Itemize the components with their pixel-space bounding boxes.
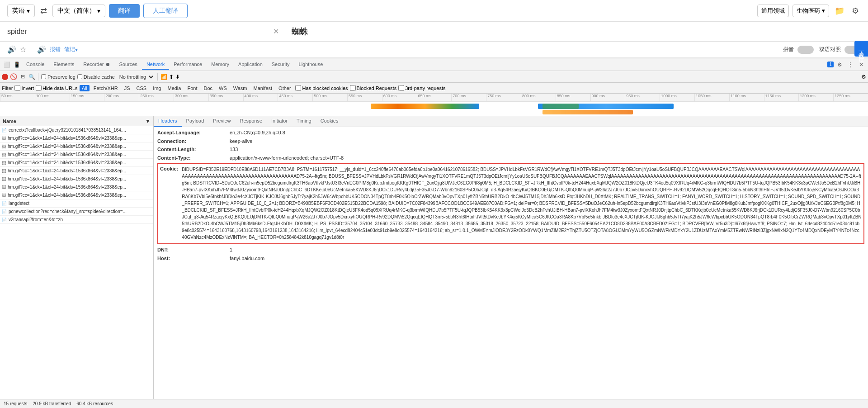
devtools-settings-button[interactable]: ⚙ — [835, 60, 844, 70]
wifi-icon[interactable]: 📶 — [160, 74, 167, 80]
list-item[interactable]: 🖼 hm.gif?cc=1&ck=1&cl=24-bit&ds=1536x864… — [0, 191, 153, 199]
status-bar: 15 requests 20.9 kB transferred 60.4 kB … — [0, 399, 868, 408]
translation-result: 蜘蛛 — [292, 26, 308, 37]
devtools-more-button[interactable]: ⋮ — [845, 60, 855, 70]
filter-other-btn[interactable]: Other — [276, 85, 293, 91]
network-toolbar: 🚫 ⊟ 🔍 Preserve log Disable cache No thro… — [0, 71, 868, 83]
source-lang-select[interactable]: 英语 ▾ — [7, 5, 35, 17]
result-audio-icon[interactable]: 🔊 — [37, 45, 46, 54]
filter-ws-btn[interactable]: WS — [217, 85, 229, 91]
preserve-log-checkbox[interactable]: Preserve log — [41, 74, 75, 80]
export-button[interactable]: ⬇ — [175, 74, 180, 80]
device-toggle-button[interactable]: 📱 — [12, 60, 22, 70]
tab-network[interactable]: Network — [142, 60, 169, 70]
filter-manifest-btn[interactable]: Manifest — [251, 85, 275, 91]
tab-headers[interactable]: Headers — [154, 116, 182, 127]
list-item[interactable]: 🖼 hm.gif?cc=1&ck=1&cl=24-bit&ds=1536x864… — [0, 151, 153, 159]
main-content: Name ▼ 📄 correctxt?callback=jQuery321010… — [0, 116, 868, 399]
ruler-250: 250 ms — [139, 94, 174, 101]
disable-cache-checkbox[interactable]: Disable cache — [77, 74, 115, 80]
record-button[interactable] — [2, 74, 8, 80]
tab-memory[interactable]: Memory — [207, 60, 234, 70]
has-blocked-cookies-checkbox[interactable]: Has blocked cookies — [295, 85, 348, 91]
domain-select[interactable]: 通用领域 — [757, 5, 789, 17]
pinyin-toggle[interactable] — [797, 46, 814, 54]
tab-elements[interactable]: Elements — [49, 60, 79, 70]
tab-performance[interactable]: Performance — [169, 60, 207, 70]
blocked-requests-checkbox[interactable]: Blocked Requests — [350, 85, 397, 91]
ruler-400: 400 ms — [243, 94, 278, 101]
clear-search-button[interactable]: ✕ — [273, 27, 279, 36]
detail-row-host: Host: fanyi.baidu.com — [157, 255, 864, 262]
filter-icon[interactable]: ⊟ — [19, 73, 26, 81]
list-item[interactable]: 📄 correctxt?callback=jQuery3210101841703… — [0, 126, 153, 134]
tab-recorder[interactable]: Recorder ⏺ — [79, 60, 114, 70]
ruler-700: 700 ms — [451, 94, 486, 101]
source-audio-icon[interactable]: 🔊 — [7, 45, 16, 54]
hide-data-urls-checkbox[interactable]: Hide data URLs — [36, 85, 78, 91]
tab-cookies[interactable]: Cookies — [316, 116, 343, 127]
transferred-size: 20.9 kB transferred — [33, 401, 71, 406]
filter-media-btn[interactable]: Media — [165, 85, 183, 91]
list-item[interactable]: 🖼 hm.gif?cc=1&ck=1&cl=24-bit&ds=1536x864… — [0, 175, 153, 183]
clear-log-button[interactable]: 🚫 — [10, 73, 17, 81]
filter-wasm-btn[interactable]: Wasm — [231, 85, 250, 91]
throttle-select[interactable]: No throttling — [117, 74, 155, 80]
tab-payload[interactable]: Payload — [182, 116, 209, 127]
list-item[interactable]: 📄 pcnewcollection?req=check&fanyi_src=sp… — [0, 208, 153, 216]
filter-img-btn[interactable]: Img — [151, 85, 163, 91]
download-baidu-button[interactable]: 下 载 百 度 — [854, 41, 868, 57]
invert-checkbox[interactable]: Invert — [14, 85, 34, 91]
tab-timing[interactable]: Timing — [292, 116, 316, 127]
list-item[interactable]: 🖼 hm.gif?cc=1&ck=1&cl=24-bit&ds=1536x864… — [0, 183, 153, 191]
list-item[interactable]: 🖼 hm.gif?cc=1&ck=1&cl=24-bit&ds=1536x864… — [0, 134, 153, 142]
devtools-close-button[interactable]: ✕ — [856, 60, 866, 70]
chevron-down-icon: ▾ — [97, 7, 100, 14]
search-input[interactable] — [7, 28, 269, 36]
sort-icon[interactable]: ▼ — [145, 118, 151, 124]
tab-console[interactable]: Console — [22, 60, 49, 70]
list-item[interactable]: 🖼 hm.gif?cc=1&ck=1&cl=24-bit&ds=1536x864… — [0, 142, 153, 151]
swap-langs-button[interactable]: ⇄ — [38, 6, 49, 16]
ruler-450: 450 ms — [278, 94, 312, 101]
target-lang-select[interactable]: 中文（简体） ▾ — [52, 5, 105, 17]
tab-sources[interactable]: Sources — [115, 60, 142, 70]
filter-css-btn[interactable]: CSS — [134, 85, 149, 91]
ruler-800: 800 ms — [521, 94, 556, 101]
list-item[interactable]: 📄 v2transapi?from=en&to=zh — [0, 216, 153, 224]
tab-response[interactable]: Response — [235, 116, 267, 127]
list-item[interactable]: 📄 langdetect — [0, 199, 153, 208]
tab-application[interactable]: Application — [234, 60, 267, 70]
filter-font-btn[interactable]: Font — [185, 85, 199, 91]
timeline-bar-3 — [542, 104, 579, 109]
filter-all-btn[interactable]: All — [80, 85, 90, 91]
human-translate-button[interactable]: 人工翻译 — [143, 4, 188, 18]
notes-dropdown[interactable]: ▾ — [75, 47, 78, 53]
timeline-bar-1 — [371, 104, 479, 109]
devtools-end-icons: 1 ⚙ ⋮ ✕ — [827, 60, 866, 70]
report-button[interactable]: 报错 — [50, 46, 61, 53]
import-button[interactable]: ⬆ — [169, 74, 174, 80]
favorite-icon[interactable]: ☆ — [20, 45, 26, 54]
bio-select[interactable]: 生物医药 ▾ — [793, 5, 829, 17]
list-item[interactable]: 🖼 hm.gif?cc=1&ck=1&cl=24-bit&ds=1536x864… — [0, 159, 153, 167]
filter-js-btn[interactable]: JS — [122, 85, 132, 91]
inspect-element-button[interactable]: ⬜ — [2, 60, 12, 70]
tab-lighthouse[interactable]: Lighthouse — [294, 60, 328, 70]
tab-initiator[interactable]: Initiator — [267, 116, 292, 127]
filter-doc-btn[interactable]: Doc — [201, 85, 215, 91]
ruler-1100: 1100 ms — [729, 94, 764, 101]
list-item[interactable]: 🖼 hm.gif?cc=1&ck=1&cl=24-bit&ds=1536x864… — [0, 167, 153, 175]
filter-fetch-xhr-btn[interactable]: Fetch/XHR — [91, 85, 120, 91]
search-network-button[interactable]: 🔍 — [28, 73, 35, 81]
folder-icon[interactable]: 📁 — [833, 6, 846, 16]
settings-icon[interactable]: ⚙ — [850, 6, 861, 16]
tab-security[interactable]: Security — [267, 60, 294, 70]
notes-button[interactable]: 笔记 — [64, 46, 75, 53]
translate-button[interactable]: 翻译 — [109, 4, 140, 18]
ruler-300: 300 ms — [174, 94, 208, 101]
timeline-bars — [0, 102, 868, 116]
network-settings-button[interactable]: ⚙ — [861, 74, 866, 80]
third-party-checkbox[interactable]: 3rd-party requests — [398, 85, 445, 91]
tab-preview[interactable]: Preview — [208, 116, 235, 127]
